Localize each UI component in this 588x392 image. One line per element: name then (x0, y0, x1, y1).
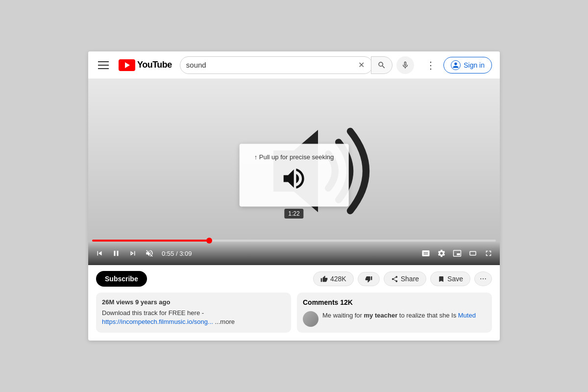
miniplayer-icon (453, 249, 462, 258)
sign-in-button[interactable]: Sign in (443, 57, 492, 74)
action-buttons: 428K Share Save ⋯ (313, 271, 492, 286)
search-button[interactable] (371, 56, 392, 74)
share-button[interactable]: Share (384, 271, 426, 286)
like-icon (320, 275, 328, 283)
right-controls (419, 247, 495, 260)
dislike-button[interactable] (358, 272, 380, 286)
share-label: Share (401, 275, 419, 283)
pause-icon (112, 249, 121, 258)
share-icon (391, 275, 398, 283)
below-video: Subscribe 428K Share (88, 265, 500, 293)
comments-header: Comments 12K (303, 298, 486, 306)
comment-part2: to realize that she Is (397, 312, 458, 319)
dislike-icon (365, 275, 372, 283)
save-button[interactable]: Save (430, 271, 470, 286)
description-link[interactable]: https://incompetech.filmmusic.io/song... (102, 318, 213, 325)
description-body: Download this track for FREE here - (102, 309, 204, 317)
youtube-logo[interactable]: YouTube (119, 59, 172, 71)
youtube-container: YouTube ✕ ⋮ (88, 51, 500, 341)
video-time: 0:55 / 3:09 (162, 250, 192, 257)
search-input[interactable] (186, 61, 356, 69)
popup-sound-icon (280, 165, 308, 196)
more-actions-button[interactable]: ⋯ (474, 271, 492, 286)
settings-icon (437, 249, 446, 258)
fullscreen-button[interactable] (482, 247, 495, 260)
description-text: Download this track for FREE here - http… (102, 309, 285, 326)
voice-search-button[interactable] (396, 56, 414, 74)
youtube-logo-icon (119, 59, 135, 71)
comment-part1: Me waiting for (322, 312, 364, 319)
search-box: ✕ (180, 56, 373, 74)
description-more[interactable]: ...more (215, 318, 235, 325)
save-icon (438, 275, 445, 283)
mute-button[interactable] (143, 247, 156, 260)
comments-box: Comments 12K Me waiting for my teacher t… (297, 293, 492, 333)
comment-avatar (303, 311, 318, 327)
video-player[interactable]: ↑ Pull up for precise seeking 1:22 (88, 79, 500, 265)
microphone-icon (401, 61, 410, 70)
description-meta: 26M views 9 years ago (102, 298, 285, 306)
skip-forward-button[interactable] (126, 247, 139, 260)
bottom-section: 26M views 9 years ago Download this trac… (88, 293, 500, 341)
theater-icon (468, 249, 477, 258)
youtube-logo-text: YouTube (137, 60, 172, 70)
mute-icon (145, 249, 154, 258)
comment-item: Me waiting for my teacher to realize tha… (303, 311, 486, 327)
sign-in-label: Sign in (464, 61, 485, 69)
pause-button[interactable] (110, 247, 122, 260)
time-tooltip: 1:22 (284, 209, 303, 219)
clear-search-button[interactable]: ✕ (356, 60, 367, 70)
theater-button[interactable] (466, 247, 479, 260)
fullscreen-icon (484, 249, 493, 258)
popup-overlay: ↑ Pull up for precise seeking (240, 144, 349, 206)
skip-forward-icon (128, 249, 137, 258)
subtitles-icon (421, 249, 430, 258)
search-icon (377, 61, 386, 70)
miniplayer-button[interactable] (451, 247, 464, 260)
header-right: ⋮ Sign in (422, 57, 492, 74)
subtitles-button[interactable] (419, 247, 432, 260)
like-count: 428K (330, 275, 346, 283)
video-background: ↑ Pull up for precise seeking 1:22 (88, 79, 500, 265)
video-controls: 0:55 / 3:09 (88, 242, 500, 265)
popup-hint-text: ↑ Pull up for precise seeking (254, 153, 334, 161)
sign-in-icon (451, 60, 461, 70)
like-button[interactable]: 428K (313, 271, 354, 286)
subscribe-button[interactable]: Subscribe (96, 271, 147, 287)
description-box: 26M views 9 years ago Download this trac… (96, 293, 291, 333)
comment-blue: Muted (458, 312, 476, 319)
comment-text: Me waiting for my teacher to realize tha… (322, 311, 476, 320)
more-options-button[interactable]: ⋮ (422, 57, 440, 73)
comment-bold: my teacher (364, 312, 398, 319)
header: YouTube ✕ ⋮ (88, 51, 500, 79)
skip-back-button[interactable] (93, 247, 106, 260)
hamburger-button[interactable] (96, 59, 111, 71)
settings-button[interactable] (435, 247, 448, 260)
save-label: Save (447, 275, 463, 283)
search-area: ✕ (180, 56, 414, 74)
skip-back-icon (95, 249, 104, 258)
